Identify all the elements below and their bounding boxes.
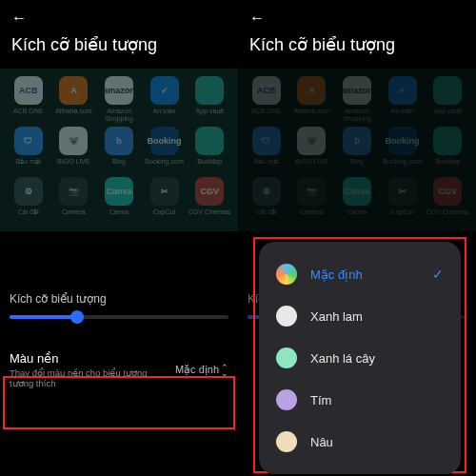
- settings-screen-right: ← Kích cỡ biểu tượng ACBACB ONEAAlibaba.…: [238, 0, 476, 476]
- page-title: Kích cỡ biểu tượng: [249, 34, 465, 55]
- settings-screen-left: ← Kích cỡ biểu tượng ACBACB ONEAAlibaba.…: [0, 0, 238, 476]
- background-color-row[interactable]: Màu nền Thay đổi màu nền cho biểu tượng …: [0, 342, 238, 401]
- bg-desc: Thay đổi màu nền cho biểu tượng tương th…: [10, 367, 162, 389]
- color-label: Xanh lá cây: [310, 351, 444, 366]
- color-swatch: [276, 306, 297, 327]
- color-label: Nâu: [310, 435, 444, 449]
- bg-value: Mặc định ⌃⌄: [175, 364, 228, 376]
- color-swatch: [276, 389, 297, 410]
- back-button[interactable]: ←: [249, 10, 465, 27]
- apps-preview-grid: ACBACB ONEAAlibaba.comamazonAmazon Shopp…: [238, 69, 476, 231]
- color-label: Xanh lam: [310, 309, 444, 324]
- color-label: Mặc định: [310, 268, 419, 282]
- color-option[interactable]: Xanh lam: [259, 295, 461, 337]
- page-title: Kích cỡ biểu tượng: [11, 34, 227, 55]
- chevron-updown-icon: ⌃⌄: [221, 365, 228, 377]
- color-swatch: [276, 431, 297, 452]
- color-swatch: [276, 347, 297, 368]
- background-color-popup: Mặc định✓Xanh lamXanh lá câyTímNâu: [259, 242, 461, 474]
- color-option[interactable]: Nâu: [259, 421, 461, 463]
- color-swatch: [276, 264, 297, 285]
- check-icon: ✓: [432, 267, 444, 282]
- color-option[interactable]: Xanh lá cây: [259, 337, 461, 379]
- color-option[interactable]: Mặc định✓: [259, 253, 461, 295]
- size-slider-label: Kích cỡ biểu tượng: [10, 292, 228, 306]
- color-option[interactable]: Tím: [259, 379, 461, 421]
- apps-preview-grid: ACBACB ONEAAlibaba.comamazonAmazon Shopp…: [0, 69, 238, 231]
- back-button[interactable]: ←: [11, 10, 227, 27]
- bg-title: Màu nền: [10, 351, 162, 366]
- size-slider[interactable]: [10, 315, 228, 319]
- color-label: Tím: [310, 393, 444, 407]
